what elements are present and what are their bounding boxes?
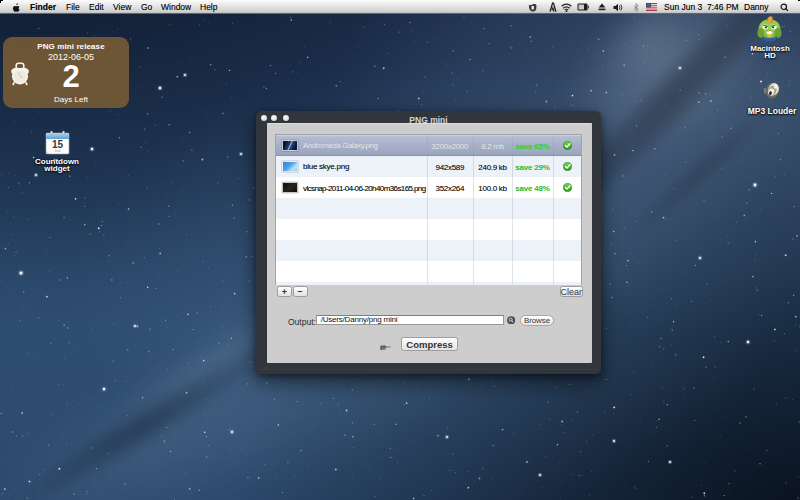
- svg-text:June: June: [54, 149, 61, 153]
